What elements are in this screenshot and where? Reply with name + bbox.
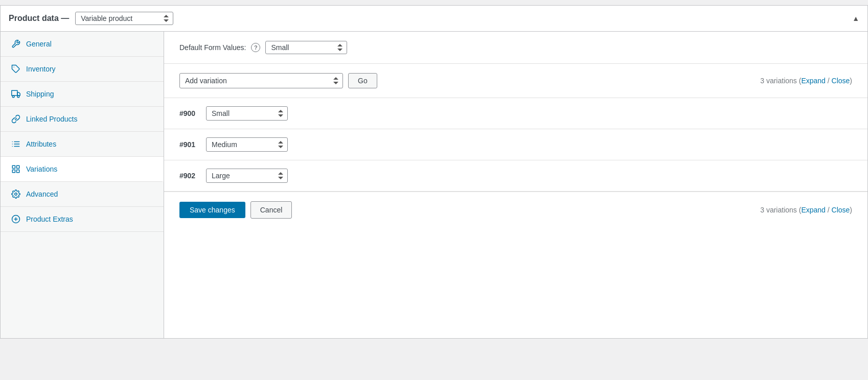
- sidebar-item-label-inventory: Inventory: [26, 65, 56, 73]
- svg-marker-2: [17, 92, 20, 96]
- variations-count-top: 3 variations (Expand / Close): [760, 77, 852, 85]
- add-variation-select[interactable]: Add variation Create variations from all…: [179, 73, 343, 88]
- sidebar-item-label-attributes: Attributes: [26, 140, 56, 148]
- variation-id-900: #900: [179, 109, 200, 117]
- expand-link-bottom[interactable]: Expand: [801, 206, 825, 214]
- sidebar-item-attributes[interactable]: Attributes: [1, 132, 164, 157]
- product-type-select[interactable]: Variable product Simple product Grouped …: [75, 12, 173, 25]
- sidebar-item-advanced[interactable]: Advanced: [1, 182, 164, 207]
- sidebar-item-inventory[interactable]: Inventory: [1, 57, 164, 82]
- default-form-values-row: Default Form Values: ? Small Medium Larg…: [164, 32, 867, 64]
- save-changes-button[interactable]: Save changes: [179, 202, 245, 218]
- variation-select-901[interactable]: Small Medium Large: [206, 137, 288, 152]
- sidebar-item-shipping[interactable]: Shipping: [1, 82, 164, 107]
- svg-point-3: [12, 96, 14, 98]
- variation-row-902: #902 Small Medium Large: [164, 160, 867, 192]
- sidebar-item-variations[interactable]: Variations: [1, 157, 164, 182]
- variation-toolbar: Add variation Create variations from all…: [164, 64, 867, 98]
- sidebar-item-general[interactable]: General: [1, 32, 164, 57]
- svg-rect-14: [12, 170, 15, 173]
- variation-id-901: #901: [179, 140, 200, 149]
- wrench-icon: [11, 39, 21, 49]
- sidebar-item-label-product-extras: Product Extras: [26, 215, 73, 223]
- cancel-button[interactable]: Cancel: [250, 201, 292, 219]
- truck-icon: [11, 89, 21, 99]
- svg-rect-1: [12, 90, 17, 96]
- sidebar-item-product-extras[interactable]: Product Extras: [1, 207, 164, 232]
- go-button[interactable]: Go: [348, 73, 377, 88]
- plus-circle-icon: [11, 214, 21, 224]
- gear-icon: [11, 189, 21, 199]
- svg-rect-13: [17, 170, 19, 173]
- svg-point-4: [17, 96, 19, 98]
- sidebar-item-label-shipping: Shipping: [26, 90, 54, 98]
- product-data-title: Product data —: [9, 14, 69, 23]
- footer-actions-row: Save changes Cancel 3 variations (Expand…: [164, 192, 867, 228]
- close-link-top[interactable]: Close: [832, 77, 850, 85]
- sidebar-item-label-linked-products: Linked Products: [26, 115, 77, 123]
- collapse-button[interactable]: ▲: [852, 14, 859, 22]
- default-form-values-label: Default Form Values:: [179, 43, 246, 52]
- link-icon: [11, 114, 21, 124]
- tag-icon: [11, 64, 21, 74]
- variation-select-900[interactable]: Small Medium Large: [206, 106, 288, 121]
- sidebar-item-label-advanced: Advanced: [26, 190, 58, 198]
- help-icon[interactable]: ?: [251, 43, 260, 52]
- svg-rect-12: [17, 165, 19, 168]
- close-link-bottom[interactable]: Close: [832, 206, 850, 214]
- product-data-body: General Inventory: [1, 32, 867, 338]
- expand-link-top[interactable]: Expand: [801, 77, 825, 85]
- product-data-panel: Product data — Variable product Simple p…: [0, 5, 868, 339]
- sidebar-item-label-general: General: [26, 40, 52, 48]
- svg-point-15: [15, 193, 17, 196]
- sidebar-item-linked-products[interactable]: Linked Products: [1, 107, 164, 132]
- default-form-values-select[interactable]: Small Medium Large: [265, 41, 347, 54]
- main-content-area: Default Form Values: ? Small Medium Larg…: [164, 32, 867, 338]
- product-data-header: Product data — Variable product Simple p…: [1, 6, 867, 32]
- variation-row-900: #900 Small Medium Large: [164, 98, 867, 129]
- variations-count-bottom: 3 variations (Expand / Close): [760, 206, 852, 214]
- variation-select-902[interactable]: Small Medium Large: [206, 169, 288, 183]
- variation-id-902: #902: [179, 172, 200, 180]
- variation-row-901: #901 Small Medium Large: [164, 129, 867, 160]
- list-icon: [11, 139, 21, 149]
- sidebar: General Inventory: [1, 32, 164, 338]
- grid-icon: [11, 164, 21, 174]
- sidebar-item-label-variations: Variations: [26, 165, 57, 173]
- svg-rect-11: [12, 165, 15, 168]
